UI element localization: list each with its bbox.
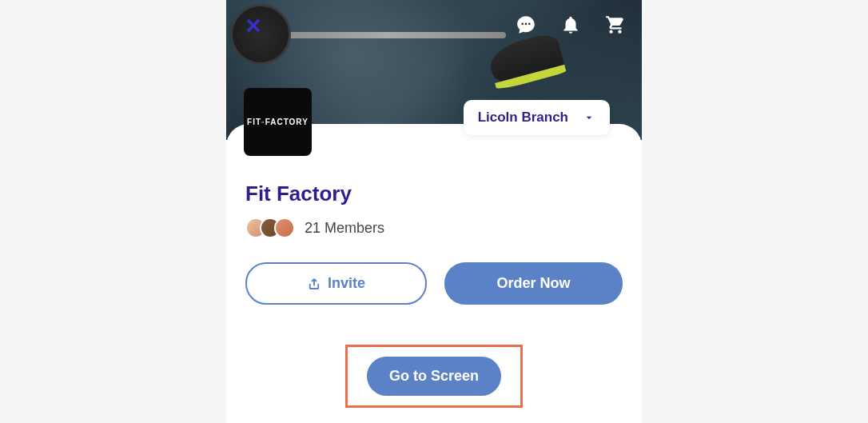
invite-label: Invite — [328, 275, 365, 292]
close-button[interactable] — [242, 14, 265, 40]
members-info: 21 Members — [245, 217, 623, 238]
branch-selector[interactable]: Licoln Branch — [464, 100, 610, 135]
shoe-graphic — [486, 31, 566, 89]
share-icon — [307, 277, 321, 291]
logo-text: FIT◦FACTORY — [247, 118, 309, 126]
member-avatars — [245, 217, 295, 238]
cart-icon — [605, 14, 626, 35]
order-label: Order Now — [496, 275, 570, 292]
avatar — [274, 217, 295, 238]
order-now-button[interactable]: Order Now — [444, 262, 623, 305]
business-logo: FIT◦FACTORY — [244, 88, 312, 156]
members-count: 21 Members — [305, 220, 384, 237]
barbell-graphic — [266, 32, 506, 38]
invite-button[interactable]: Invite — [245, 262, 427, 305]
go-to-screen-button[interactable]: Go to Screen — [367, 357, 501, 396]
svg-point-1 — [525, 23, 528, 26]
action-buttons: Invite Order Now — [245, 262, 623, 305]
page-title: Fit Factory — [245, 182, 623, 206]
chat-button[interactable] — [516, 14, 536, 38]
highlighted-action: Go to Screen — [345, 345, 523, 408]
header-actions — [516, 14, 626, 38]
cart-button[interactable] — [605, 14, 626, 38]
app-screen: FIT◦FACTORY Licoln Branch Fit Factory 21… — [226, 0, 642, 423]
chat-icon — [516, 14, 536, 35]
go-to-screen-label: Go to Screen — [389, 368, 479, 384]
branch-label: Licoln Branch — [478, 110, 568, 126]
close-icon — [242, 14, 265, 37]
bell-icon — [560, 14, 581, 35]
notifications-button[interactable] — [560, 14, 581, 38]
svg-point-2 — [528, 23, 531, 26]
chevron-down-icon — [583, 111, 595, 124]
svg-point-0 — [521, 23, 524, 26]
content-card: FIT◦FACTORY Licoln Branch Fit Factory 21… — [226, 124, 642, 423]
